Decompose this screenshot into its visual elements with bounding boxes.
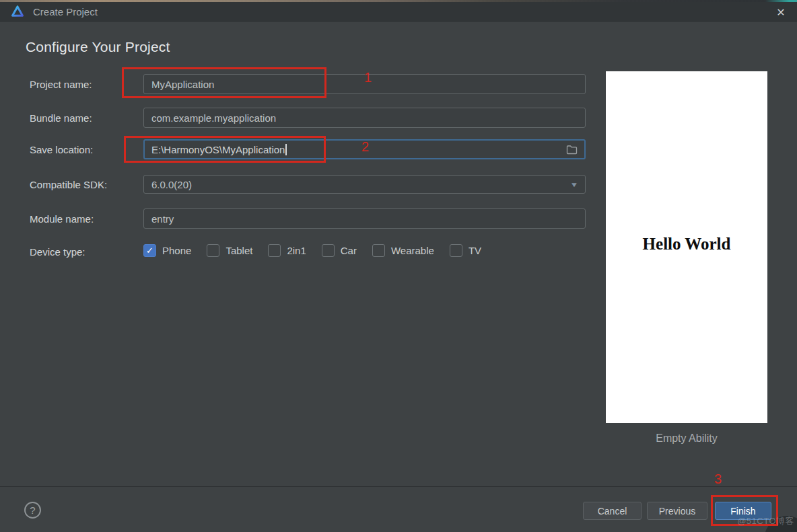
dialog-titlebar: Create Project ✕ <box>0 2 797 22</box>
module-name-input[interactable]: entry <box>143 208 586 229</box>
close-icon[interactable]: ✕ <box>773 5 789 20</box>
watermark: @51CTO博客 <box>737 515 794 527</box>
module-name-value: entry <box>151 213 174 225</box>
bundle-name-label: Bundle name: <box>30 112 92 124</box>
save-location-input[interactable]: E:\HarmonyOS\MyApplication <box>143 139 586 159</box>
device-option-tablet[interactable]: Tablet <box>207 244 252 257</box>
checkbox-2in1[interactable] <box>268 244 281 257</box>
device-option-wearable[interactable]: Wearable <box>372 244 434 257</box>
chevron-down-icon[interactable]: ▼ <box>570 181 579 188</box>
preview-hello-world: Hello World <box>643 235 731 254</box>
project-name-value: MyApplication <box>151 79 214 90</box>
project-name-label: Project name: <box>30 79 92 90</box>
checkbox-wearable[interactable] <box>372 244 385 257</box>
page-title: Configure Your Project <box>26 39 170 55</box>
checkbox-tablet[interactable] <box>207 244 219 257</box>
compatible-sdk-select[interactable]: 6.0.0(20) ▼ <box>143 175 586 194</box>
dialog-title: Create Project <box>33 6 98 17</box>
device-option-car[interactable]: Car <box>322 244 357 257</box>
save-location-label: Save location: <box>30 144 93 155</box>
previous-button[interactable]: Previous <box>647 502 707 520</box>
folder-browse-icon[interactable] <box>566 145 578 155</box>
device-option-2in1[interactable]: 2in1 <box>268 244 306 257</box>
text-cursor <box>285 144 287 155</box>
project-name-input[interactable]: MyApplication <box>143 74 586 94</box>
bundle-name-value: com.example.myapplication <box>151 112 276 124</box>
bundle-name-input[interactable]: com.example.myapplication <box>143 108 586 128</box>
checkbox-car[interactable] <box>322 244 335 257</box>
module-name-label: Module name: <box>30 213 94 225</box>
checkbox-tv[interactable] <box>450 244 462 257</box>
checkbox-phone[interactable]: ✓ <box>143 244 156 257</box>
save-location-value: E:\HarmonyOS\MyApplication <box>151 144 285 155</box>
device-type-label: Device type: <box>30 246 85 258</box>
device-option-phone[interactable]: ✓ Phone <box>143 244 191 257</box>
device-type-group: ✓ Phone Tablet 2in1 Car Wearable TV <box>143 244 481 257</box>
compatible-sdk-label: Compatible SDK: <box>30 179 107 190</box>
annotation-step-3: 3 <box>714 471 722 487</box>
help-icon[interactable]: ? <box>24 502 41 519</box>
preview-caption: Empty Ability <box>606 432 767 445</box>
deveco-studio-logo-icon <box>11 5 24 18</box>
device-option-tv[interactable]: TV <box>450 244 481 257</box>
ability-preview: Hello World <box>606 71 767 423</box>
compatible-sdk-value: 6.0.0(20) <box>151 179 192 190</box>
cancel-button[interactable]: Cancel <box>583 502 642 520</box>
footer-divider <box>0 486 797 487</box>
